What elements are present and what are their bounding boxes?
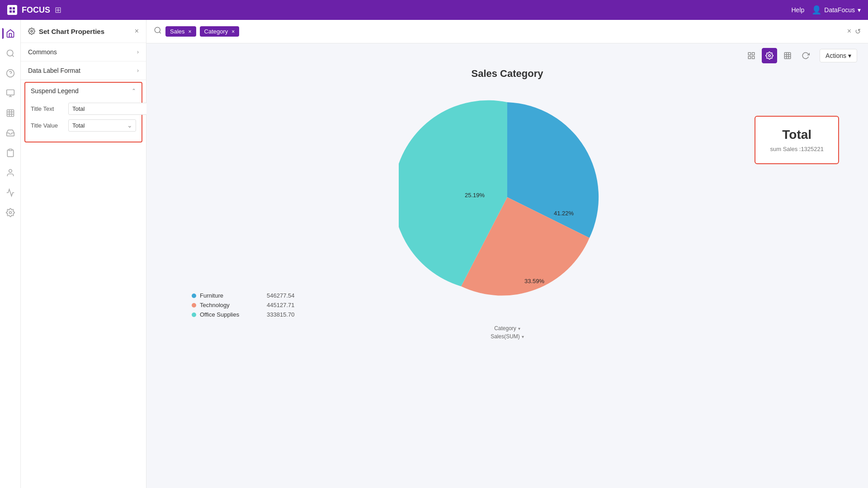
panel-title-text: Set Chart Properties (39, 28, 104, 35)
category-tag[interactable]: Category × (200, 26, 240, 37)
suspend-legend-section: Suspend Legend ⌃ Title Text Title Value … (24, 82, 142, 142)
furniture-pct-label: 41.22% (554, 210, 574, 217)
legend-label-officesupplies: Office Supplies (200, 311, 245, 318)
actions-chevron-icon: ▾ (848, 52, 851, 59)
clear-search-icon[interactable]: × (847, 27, 851, 36)
chart-toolbar: Actions ▾ (146, 43, 868, 68)
suspend-legend-header[interactable]: Suspend Legend ⌃ (25, 83, 142, 99)
legend-card: Total sum Sales :1325221 (755, 116, 839, 164)
sidebar-item-settings[interactable] (2, 204, 19, 221)
data-label-format-section: Data Label Format › (21, 62, 146, 80)
suspend-legend-chevron-icon: ⌃ (132, 88, 136, 94)
properties-panel: Set Chart Properties × Commons › Data La… (21, 20, 146, 488)
title-value-row: Title Value Total Sum Average Count (31, 119, 136, 132)
main-layout: Set Chart Properties × Commons › Data La… (0, 20, 868, 488)
pie-chart-svg: 41.22% 33.59% 25.19% (399, 89, 616, 306)
chart-legend: Furniture 546277.54 Technology 445127.71… (192, 292, 294, 318)
commons-section-header[interactable]: Commons › (21, 43, 146, 61)
sidebar-item-activity[interactable] (2, 185, 19, 201)
svg-point-4 (7, 50, 13, 56)
title-value-select-wrap: Total Sum Average Count (68, 119, 136, 132)
svg-rect-1 (13, 7, 15, 9)
svg-point-17 (9, 170, 12, 173)
sales-tag-close[interactable]: × (189, 28, 192, 35)
category-tag-label: Category (204, 28, 228, 35)
sidebar-item-search[interactable] (2, 45, 19, 62)
sales-axis-text: Sales(SUM) (491, 333, 520, 340)
title-value-select[interactable]: Total Sum Average Count (68, 119, 136, 132)
user-name: DataFocus (824, 6, 855, 14)
chart-area: Sales Category (146, 68, 868, 488)
legend-label-technology: Technology (200, 302, 245, 308)
navbar-left: FOCUS ⊞ (7, 5, 61, 15)
sidebar-item-home[interactable] (2, 25, 19, 42)
top-navbar: FOCUS ⊞ Help 👤 DataFocus ▾ (0, 0, 868, 20)
legend-label-furniture: Furniture (200, 292, 245, 299)
sales-axis-label: Sales(SUM) ▾ (491, 333, 524, 340)
svg-rect-11 (7, 110, 14, 117)
svg-rect-24 (752, 57, 755, 59)
sidebar-item-users[interactable] (2, 165, 19, 181)
panel-close-button[interactable]: × (135, 27, 139, 35)
panel-title-row: Set Chart Properties (28, 28, 104, 35)
svg-point-18 (9, 212, 11, 214)
app-logo-text: FOCUS (22, 5, 50, 15)
title-text-input[interactable] (68, 103, 152, 115)
sales-tag-label: Sales (170, 28, 185, 35)
sidebar-item-monitor[interactable] (2, 85, 19, 101)
sidebar-item-table[interactable] (2, 105, 19, 121)
search-actions: × ↺ (847, 27, 861, 36)
data-label-format-header[interactable]: Data Label Format › (21, 62, 146, 80)
add-tab-icon[interactable]: ⊞ (55, 5, 61, 15)
legend-value-technology: 445127.71 (267, 302, 294, 308)
grid-sm-toolbar-btn[interactable] (744, 48, 759, 63)
suspend-legend-fields: Title Text Title Value Total Sum Average… (25, 99, 142, 142)
chart-title: Sales Category (472, 68, 543, 80)
sales-axis-chevron-icon: ▾ (522, 334, 524, 339)
sidebar-icons (0, 20, 21, 488)
officesupplies-pct-label: 25.19% (465, 192, 485, 199)
svg-point-20 (155, 27, 160, 33)
category-axis-text: Category (494, 325, 516, 332)
legend-card-subtitle: sum Sales :1325221 (770, 146, 824, 152)
svg-rect-16 (9, 149, 12, 151)
sidebar-item-help[interactable] (2, 65, 19, 81)
legend-item-furniture: Furniture 546277.54 (192, 292, 294, 299)
help-link[interactable]: Help (792, 6, 805, 14)
sidebar-item-clipboard[interactable] (2, 145, 19, 161)
commons-section: Commons › (21, 43, 146, 62)
sales-tag[interactable]: Sales × (165, 26, 196, 37)
user-menu[interactable]: 👤 DataFocus ▾ (811, 5, 861, 15)
svg-rect-27 (784, 52, 791, 59)
actions-button[interactable]: Actions ▾ (820, 49, 857, 62)
search-input[interactable] (243, 28, 843, 35)
legend-dot-officesupplies (192, 313, 196, 317)
user-chevron-icon: ▾ (858, 6, 861, 14)
refresh-search-icon[interactable]: ↺ (855, 27, 861, 36)
svg-line-21 (159, 32, 160, 33)
category-tag-close[interactable]: × (231, 28, 235, 35)
panel-header: Set Chart Properties × (21, 20, 146, 43)
svg-line-5 (12, 55, 14, 57)
sidebar-item-inbox[interactable] (2, 125, 19, 141)
commons-chevron-icon: › (137, 49, 139, 55)
refresh-chart-toolbar-btn[interactable] (798, 48, 813, 63)
search-bar-icon[interactable] (154, 26, 162, 37)
legend-item-officesupplies: Office Supplies 333815.70 (192, 311, 294, 318)
legend-value-furniture: 546277.54 (267, 292, 294, 299)
svg-point-19 (31, 30, 33, 32)
title-text-label: Title Text (31, 105, 65, 112)
grid-lg-toolbar-btn[interactable] (780, 48, 795, 63)
settings-toolbar-btn[interactable] (762, 48, 777, 63)
svg-rect-22 (748, 52, 750, 55)
logo-icon (7, 5, 17, 15)
chart-axis-labels: Category ▾ Sales(SUM) ▾ (491, 325, 524, 340)
navbar-right: Help 👤 DataFocus ▾ (792, 5, 861, 15)
svg-rect-3 (13, 10, 15, 13)
technology-pct-label: 33.59% (524, 278, 545, 284)
category-axis-chevron-icon: ▾ (518, 326, 520, 331)
search-bar: Sales × Category × × ↺ (146, 20, 868, 43)
legend-dot-furniture (192, 294, 196, 298)
suspend-legend-label: Suspend Legend (31, 87, 79, 95)
pie-chart-wrap: 41.22% 33.59% 25.19% Furniture 546277.54 (165, 89, 850, 340)
